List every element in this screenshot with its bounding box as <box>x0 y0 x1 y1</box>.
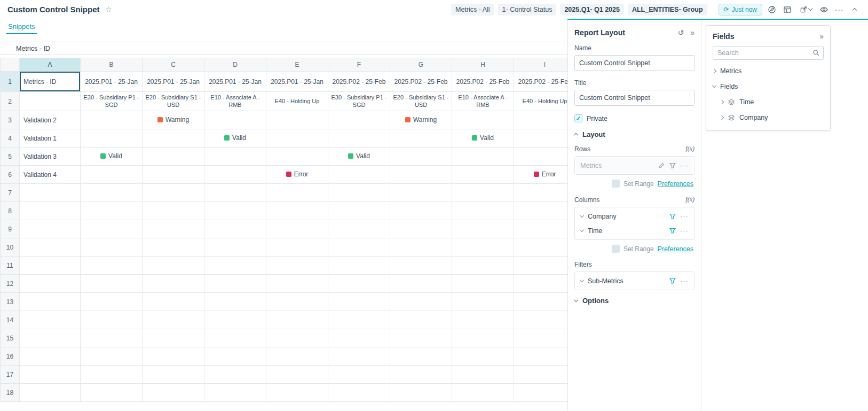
grid-cell-E13[interactable] <box>266 293 328 311</box>
grid-cell-A4[interactable]: Validation 1 <box>20 129 81 148</box>
edit-icon[interactable] <box>658 162 665 169</box>
grid-cell-H18[interactable] <box>452 384 514 402</box>
more-icon[interactable]: ··· <box>680 161 689 169</box>
grid-cell-C1[interactable]: 2025.P01 - 25-Jan <box>143 72 204 92</box>
more-icon[interactable]: ··· <box>833 4 845 15</box>
grid-cell-F15[interactable] <box>328 329 390 347</box>
grid-cell-D16[interactable] <box>204 347 266 366</box>
grid-cell-B2[interactable]: E30 - Subsidiary P1 - SGD <box>81 92 143 111</box>
grid-cell-F18[interactable] <box>328 384 390 402</box>
column-header-D[interactable]: D <box>204 58 266 72</box>
column-header-C[interactable]: C <box>143 58 204 72</box>
grid-cell-D1[interactable]: 2025.P01 - 25-Jan <box>204 72 266 92</box>
grid-cell-A7[interactable] <box>20 184 81 202</box>
grid-cell-G9[interactable] <box>390 220 452 238</box>
grid-cell-E10[interactable] <box>266 238 328 257</box>
filter-icon[interactable] <box>669 213 676 220</box>
grid-cell-D12[interactable] <box>204 275 266 293</box>
grid-cell-B3[interactable] <box>81 111 143 129</box>
grid-cell-I15[interactable] <box>514 329 568 347</box>
grid-cell-C3[interactable]: Warning <box>143 111 204 129</box>
filter-chip-time-period[interactable]: 2025.Q1- Q1 2025 <box>560 4 624 15</box>
grid-cell-C7[interactable] <box>143 184 204 202</box>
grid-cell-G7[interactable] <box>390 184 452 202</box>
set-range-checkbox[interactable] <box>612 245 620 253</box>
grid-cell-B9[interactable] <box>81 220 143 238</box>
grid-cell-F4[interactable] <box>328 129 390 148</box>
grid-cell-H2[interactable]: E10 - Associate A - RMB <box>452 92 514 111</box>
grid-cell-C17[interactable] <box>143 366 204 384</box>
filter-icon[interactable] <box>669 278 676 284</box>
grid-cell-I11[interactable] <box>514 257 568 275</box>
grid-cell-G10[interactable] <box>390 238 452 257</box>
grid-cell-H1[interactable]: 2025.P02 - 25-Feb <box>452 72 514 92</box>
row-number-1[interactable]: 1 <box>1 72 20 92</box>
grid-cell-D10[interactable] <box>204 238 266 257</box>
grid-cell-B11[interactable] <box>81 257 143 275</box>
private-checkbox[interactable]: ✓ <box>574 114 582 122</box>
grid-cell-D7[interactable] <box>204 184 266 202</box>
cell-name-box[interactable]: Metrics - ID <box>0 42 567 55</box>
column-header-H[interactable]: H <box>452 58 514 72</box>
grid-cell-A9[interactable] <box>20 220 81 238</box>
preferences-link[interactable]: Preferences <box>658 180 693 188</box>
grid-cell-E16[interactable] <box>266 347 328 366</box>
grid-cell-H14[interactable] <box>452 311 514 329</box>
column-header-A[interactable]: A <box>20 58 81 72</box>
grid-cell-I4[interactable] <box>514 129 568 148</box>
grid-cell-B12[interactable] <box>81 275 143 293</box>
grid-cell-F11[interactable] <box>328 257 390 275</box>
row-number-9[interactable]: 9 <box>1 220 20 238</box>
grid-cell-B17[interactable] <box>81 366 143 384</box>
grid-cell-G13[interactable] <box>390 293 452 311</box>
grid-cell-B16[interactable] <box>81 347 143 366</box>
filter-chip-control-status[interactable]: 1- Control Status <box>498 4 557 15</box>
grid-cell-H16[interactable] <box>452 347 514 366</box>
grid-cell-I13[interactable] <box>514 293 568 311</box>
more-icon[interactable]: ··· <box>680 212 689 220</box>
collapse-panel-icon[interactable]: » <box>819 32 824 41</box>
grid-cell-I17[interactable] <box>514 366 568 384</box>
grid-cell-H10[interactable] <box>452 238 514 257</box>
grid-cell-C6[interactable] <box>143 166 204 184</box>
grid-cell-G17[interactable] <box>390 366 452 384</box>
grid-cell-C9[interactable] <box>143 220 204 238</box>
grid-cell-D15[interactable] <box>204 329 266 347</box>
set-range-checkbox[interactable] <box>612 180 620 188</box>
grid-cell-B8[interactable] <box>81 202 143 220</box>
name-input[interactable] <box>574 55 695 71</box>
grid-cell-A6[interactable]: Validation 4 <box>20 166 81 184</box>
grid-cell-B15[interactable] <box>81 329 143 347</box>
layout-section-toggle[interactable]: Layout <box>574 130 695 138</box>
filter-chip-entity-group[interactable]: ALL_ENTITIES- Group <box>628 4 707 15</box>
grid-cell-I12[interactable] <box>514 275 568 293</box>
grid-cell-G3[interactable]: Warning <box>390 111 452 129</box>
grid-cell-C11[interactable] <box>143 257 204 275</box>
grid-cell-A11[interactable] <box>20 257 81 275</box>
export-icon[interactable] <box>797 4 814 15</box>
tree-item-fields[interactable]: Fields <box>713 79 824 94</box>
grid-cell-F16[interactable] <box>328 347 390 366</box>
grid-cell-E2[interactable]: E40 - Holding Up <box>266 92 328 111</box>
grid-cell-A17[interactable] <box>20 366 81 384</box>
grid-cell-G11[interactable] <box>390 257 452 275</box>
grid-cell-G15[interactable] <box>390 329 452 347</box>
grid-cell-E7[interactable] <box>266 184 328 202</box>
grid-cell-E5[interactable] <box>266 148 328 166</box>
search-input[interactable] <box>713 46 824 60</box>
grid-cell-F6[interactable] <box>328 166 390 184</box>
row-number-12[interactable]: 12 <box>1 275 20 293</box>
grid-cell-G12[interactable] <box>390 275 452 293</box>
grid-cell-A15[interactable] <box>20 329 81 347</box>
columns-field-company[interactable]: Company ··· <box>577 209 692 223</box>
grid-cell-C4[interactable] <box>143 129 204 148</box>
grid-cell-C15[interactable] <box>143 329 204 347</box>
grid-cell-D8[interactable] <box>204 202 266 220</box>
tree-item-company[interactable]: Company <box>713 110 824 125</box>
grid-cell-F7[interactable] <box>328 184 390 202</box>
private-checkbox-row[interactable]: ✓ Private <box>574 114 695 122</box>
formula-icon[interactable]: f(x) <box>685 145 695 153</box>
row-number-16[interactable]: 16 <box>1 347 20 366</box>
row-number-7[interactable]: 7 <box>1 184 20 202</box>
formula-icon[interactable]: f(x) <box>685 196 695 204</box>
